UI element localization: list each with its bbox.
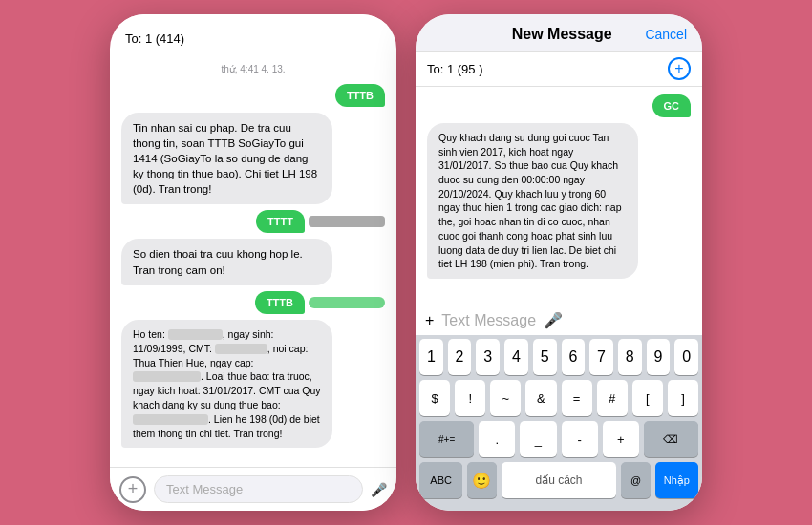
right-text-input[interactable]: Text Message bbox=[441, 312, 536, 329]
key-5[interactable]: 5 bbox=[533, 339, 557, 375]
left-to-label: To: 1 (414) bbox=[125, 32, 184, 46]
msg-incoming-1: Tin nhan sai cu phap. De tra cuu thong t… bbox=[121, 113, 332, 204]
add-recipient-button[interactable]: + bbox=[668, 57, 691, 80]
right-placeholder: Text Message bbox=[441, 312, 536, 328]
key-numsym[interactable]: #+= bbox=[419, 421, 474, 457]
key-4[interactable]: 4 bbox=[504, 339, 528, 375]
msg-tttb-1: TTTB bbox=[335, 84, 385, 107]
right-mic-icon[interactable]: 🎤 bbox=[544, 311, 563, 329]
blurred-1 bbox=[309, 216, 385, 227]
key-1[interactable]: 1 bbox=[419, 339, 443, 375]
left-status-bar bbox=[110, 14, 396, 28]
left-to-bar: To: 1 (414) bbox=[110, 28, 396, 52]
left-placeholder: Text Message bbox=[166, 482, 243, 496]
right-phone: New Message Cancel To: 1 (95 ) + GC Quy … bbox=[416, 14, 702, 511]
right-to-label: To: 1 (95 ) bbox=[427, 62, 483, 76]
right-nav-bar: New Message Cancel bbox=[416, 14, 702, 52]
key-exclaim[interactable]: ! bbox=[455, 380, 485, 416]
key-at[interactable]: @ bbox=[621, 462, 650, 498]
left-mic-icon[interactable]: 🎤 bbox=[371, 482, 387, 497]
keyboard-bottom-row: ABC 🙂 dấu cách @ Nhập bbox=[419, 462, 698, 498]
cancel-button[interactable]: Cancel bbox=[645, 27, 687, 42]
right-messages-area: GC Quy khach dang su dung goi cuoc Tan s… bbox=[416, 87, 702, 304]
msg-incoming-2: So dien thoai tra cuu khong hop le. Tran… bbox=[121, 239, 332, 284]
delete-key[interactable]: ⌫ bbox=[644, 421, 698, 457]
keyboard-number-row: 1 2 3 4 5 6 7 8 9 0 bbox=[419, 339, 698, 375]
key-tilde[interactable]: ~ bbox=[490, 380, 521, 416]
key-equals[interactable]: = bbox=[562, 380, 592, 416]
key-hash[interactable]: # bbox=[597, 380, 628, 416]
left-plus-button[interactable]: + bbox=[119, 476, 146, 503]
key-dollar[interactable]: $ bbox=[419, 380, 450, 416]
key-underscore[interactable]: _ bbox=[520, 421, 556, 457]
key-plus[interactable]: + bbox=[603, 421, 639, 457]
msg-tttb-2: TTTB bbox=[255, 291, 305, 314]
key-abc[interactable]: ABC bbox=[419, 462, 462, 498]
right-plus-button[interactable]: + bbox=[425, 312, 434, 329]
key-period[interactable]: . bbox=[479, 421, 515, 457]
msg-tttt: TTTT bbox=[256, 210, 305, 233]
key-2[interactable]: 2 bbox=[448, 339, 472, 375]
key-emoji[interactable]: 🙂 bbox=[467, 462, 496, 498]
key-dash[interactable]: - bbox=[562, 421, 598, 457]
right-nav-title: New Message bbox=[512, 26, 612, 43]
key-rbracket[interactable]: ] bbox=[668, 380, 698, 416]
msg-gc: GC bbox=[652, 94, 692, 117]
left-input-bar: + Text Message 🎤 bbox=[110, 467, 396, 511]
key-ampersand[interactable]: & bbox=[525, 380, 556, 416]
key-3[interactable]: 3 bbox=[476, 339, 500, 375]
key-space[interactable]: dấu cách bbox=[502, 462, 617, 498]
keyboard-symbol-row1: $ ! ~ & = # [ ] bbox=[419, 380, 698, 416]
keyboard-symbol-row2: #+= . _ - + ⌫ bbox=[419, 421, 698, 457]
left-text-input[interactable]: Text Message bbox=[154, 475, 363, 503]
right-input-bar: + Text Message 🎤 bbox=[416, 304, 702, 335]
right-to-bar: To: 1 (95 ) + bbox=[416, 52, 702, 87]
keyboard: 1 2 3 4 5 6 7 8 9 0 $ ! ~ & = # [ ] bbox=[416, 335, 702, 511]
left-phone: To: 1 (414) thứ, 4:41 4. 13. TTTB Tin nh… bbox=[110, 14, 396, 511]
msg-incoming-right: Quy khach dang su dung goi cuoc Tan sinh… bbox=[427, 123, 638, 279]
key-6[interactable]: 6 bbox=[562, 339, 586, 375]
key-9[interactable]: 9 bbox=[647, 339, 671, 375]
left-messages-area: thứ, 4:41 4. 13. TTTB Tin nhan sai cu ph… bbox=[110, 52, 396, 467]
key-0[interactable]: 0 bbox=[674, 339, 698, 375]
key-lbracket[interactable]: [ bbox=[632, 380, 663, 416]
key-enter[interactable]: Nhập bbox=[655, 462, 698, 498]
key-7[interactable]: 7 bbox=[589, 339, 613, 375]
msg-incoming-3: Ho ten: xxxxx, ngay sinh: 11/09/1999, CM… bbox=[121, 320, 332, 449]
key-8[interactable]: 8 bbox=[618, 339, 642, 375]
left-timestamp: thứ, 4:41 4. 13. bbox=[121, 64, 385, 74]
